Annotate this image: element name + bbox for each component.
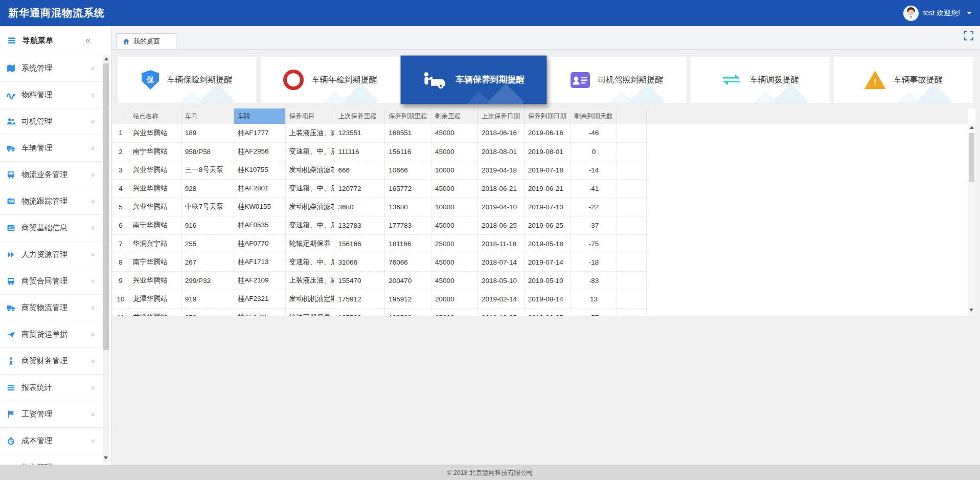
scrollbar-thumb[interactable] [103, 63, 109, 350]
card-label: 车辆年检到期提醒 [311, 75, 377, 85]
sidebar-item-system[interactable]: 系统管理» [0, 55, 111, 82]
fullscreen-button[interactable] [964, 31, 974, 41]
table-row[interactable]: 1兴业华腾站189桂AF1777上装液压油、减12355116855145000… [112, 124, 647, 142]
sidebar-item-logistics-tracking[interactable]: 物流跟踪管理» [0, 188, 111, 215]
sidebar-item-cost[interactable]: 成本管理» [0, 428, 111, 454]
sidebar-item-income[interactable]: 收入管理» [0, 454, 111, 465]
col-station[interactable]: 站点名称 [129, 108, 181, 124]
col-maintenance-item[interactable]: 保养项目 [285, 108, 334, 124]
sidebar-collapse-button[interactable]: « [86, 35, 90, 46]
cell: 桂AF1713 [234, 253, 285, 271]
col-last-mileage[interactable]: 上次保养里程 [334, 108, 385, 124]
wheel-icon [7, 437, 15, 445]
chevron-down-icon: » [89, 93, 98, 97]
cell: 变速箱、中、后 [285, 216, 334, 234]
cell: 发动机柴油滤芯 [285, 198, 334, 216]
cell: 11 [112, 308, 129, 316]
sidebar-item-trade-contract[interactable]: 商贸合同管理» [0, 268, 111, 295]
cell: 255 [181, 234, 234, 253]
sidebar-item-reports[interactable]: 报表统计» [0, 375, 111, 401]
cell: 2018-06-25 [477, 216, 524, 234]
scroll-up-arrow[interactable] [970, 126, 974, 129]
table-row[interactable]: 5兴业华腾站中联7号天泵桂KW0155发动机柴油滤芯36801368010000… [112, 198, 647, 216]
card-vehicle-transfer-reminder[interactable]: 车辆调拨提醒 [691, 57, 829, 103]
col-due-date[interactable]: 保养到期日期 [524, 108, 571, 124]
bus-icon [7, 277, 15, 286]
user-menu[interactable]: test 欢迎您! [903, 6, 972, 21]
sidebar-item-materials[interactable]: 物料管理» [0, 82, 111, 108]
card-annual-inspection-reminder[interactable]: 车辆年检到期提醒 [261, 57, 399, 103]
scroll-up-arrow[interactable] [104, 57, 108, 60]
table-row[interactable]: 4兴业华腾站928桂AF2801变速箱、中、后12077216577245000… [112, 179, 647, 198]
cell: 76066 [385, 253, 431, 271]
cell: 桂AF1777 [234, 124, 285, 142]
sidebar-item-hr[interactable]: 人力资源管理» [0, 242, 111, 268]
table-row[interactable]: 9兴业华腾站299/P32桂AF2109上装液压油、减1554702004704… [112, 271, 647, 290]
cell: 兴业华腾站 [129, 179, 181, 198]
cell: 10 [112, 290, 129, 308]
cell: 2019-06-16 [524, 124, 571, 142]
cell: 45000 [431, 124, 478, 142]
app-title: 新华通商混物流系统 [8, 6, 105, 20]
col-index [112, 108, 129, 124]
sidebar-item-trade-finance[interactable]: 商贸财务管理» [0, 348, 111, 375]
chevron-down-icon: » [89, 279, 98, 283]
cell: 龙潭华腾站 [129, 290, 181, 308]
scroll-down-arrow[interactable] [969, 309, 973, 312]
table-row[interactable]: 6南宁华腾站916桂AF0535变速箱、中、后13278317778345000… [112, 216, 647, 234]
tab-my-desktop[interactable]: 我的桌面 [116, 33, 176, 49]
cell: -57 [571, 308, 617, 316]
cell: 2019-04-18 [477, 161, 524, 179]
col-last-date[interactable]: 上次保养日期 [477, 108, 524, 124]
sidebar-item-label: 商贸合同管理 [21, 276, 67, 286]
cell: 181166 [385, 234, 431, 253]
cell: 桂AF2321 [234, 290, 285, 308]
col-remaining-mileage[interactable]: 剩余里程 [431, 108, 478, 124]
table-row[interactable]: 2南宁华腾站958/P58桂AF2956变速箱、中、后1111161561164… [112, 142, 647, 161]
sidebar-scrollbar [103, 55, 109, 463]
scrollbar-thumb[interactable] [969, 133, 974, 182]
scroll-down-arrow[interactable] [104, 456, 108, 460]
table-row[interactable]: 8南宁华腾站267桂AF1713变速箱、中、后31066760664500020… [112, 253, 647, 271]
cell: 变速箱、中、后 [285, 179, 334, 198]
cell: 桂AF2109 [234, 271, 285, 290]
chevron-down-icon: » [89, 412, 98, 417]
sidebar-item-vehicles[interactable]: 车辆管理» [0, 135, 111, 162]
chevron-down-icon [967, 12, 972, 14]
table-row[interactable]: 3兴业华腾站三一8号天泵桂K10755发动机柴油滤芯66610666100002… [112, 161, 647, 179]
cell: 7 [112, 234, 129, 253]
id-card-icon [7, 224, 15, 232]
cell: 轮轴定期保养 [285, 234, 334, 253]
sidebar-item-label: 商贸货运单据 [21, 330, 67, 339]
cell: 1 [112, 124, 129, 142]
main-content: 保 车辆保险到期提醒 车辆年检到期提醒 车辆保养到期提醒 司机驾照到期提醒 车辆… [111, 50, 980, 465]
cell: 132783 [334, 216, 385, 234]
cell: -18 [571, 253, 617, 271]
col-plate[interactable]: 车牌 [234, 108, 285, 124]
col-due-mileage[interactable]: 保养到期里程 [385, 108, 431, 124]
table-row[interactable]: 10龙潭华腾站919桂AF2321发动机机油定期1759121959122000… [112, 290, 647, 308]
table-row[interactable]: 11龙潭华腾站278桂AF1735轮轴定期保养16559319059325000… [112, 308, 647, 316]
cell: 45000 [431, 142, 478, 161]
table-row[interactable]: 7华润兴宁站255桂AF0770轮轴定期保养156166181166250002… [112, 234, 647, 253]
home-icon [123, 38, 130, 45]
cell: 2019-04-10 [477, 198, 524, 216]
sidebar-item-label: 人力资源管理 [21, 250, 67, 259]
cell: 168551 [385, 124, 431, 142]
insurance-shield-icon: 保 [142, 70, 159, 90]
cell: 45000 [431, 253, 478, 271]
sidebar-item-trade-waybill[interactable]: 商贸货运单据» [0, 321, 111, 348]
sidebar-item-trade-logistics[interactable]: 商贸物流管理» [0, 295, 111, 321]
card-maintenance-reminder[interactable]: 车辆保养到期提醒 [400, 56, 546, 104]
card-vehicle-accident-reminder[interactable]: ! 车辆事故提醒 [834, 57, 973, 103]
card-insurance-reminder[interactable]: 保 车辆保险到期提醒 [118, 57, 256, 103]
tab-bar: 我的桌面 [111, 26, 980, 50]
sidebar-item-trade-baseinfo[interactable]: 商贸基础信息» [0, 215, 111, 242]
sidebar-item-logistics-business[interactable]: 物流业务管理» [0, 162, 111, 188]
sidebar-item-drivers[interactable]: 司机管理» [0, 108, 111, 135]
sidebar-item-salary[interactable]: 工资管理» [0, 401, 111, 428]
card-driver-license-reminder[interactable]: 司机驾照到期提醒 [548, 57, 686, 103]
cell: 156116 [385, 142, 431, 161]
col-vehicle-no[interactable]: 车号 [181, 108, 234, 124]
col-remaining-days[interactable]: 剩余到期天数 [571, 108, 617, 124]
